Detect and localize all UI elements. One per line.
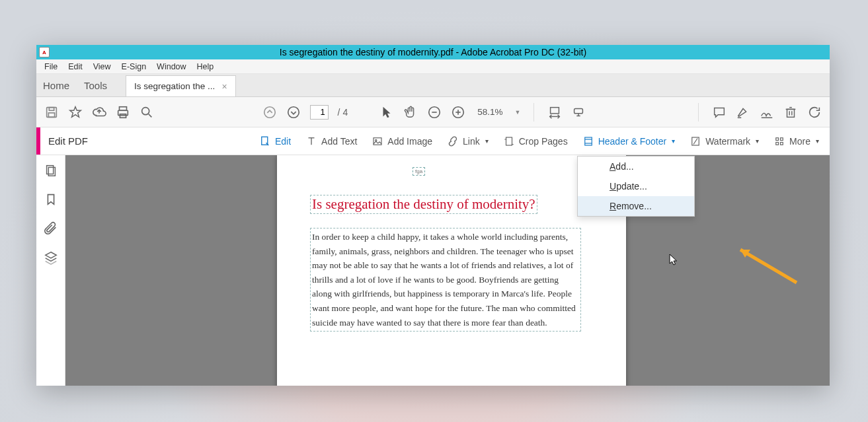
svg-line-42: [740, 250, 797, 283]
svg-rect-28: [374, 137, 381, 145]
header-placeholder[interactable]: fga: [413, 167, 425, 176]
svg-rect-6: [120, 114, 126, 118]
svg-rect-41: [48, 167, 55, 176]
menu-help[interactable]: Help: [192, 61, 219, 73]
window-title: Is segregation the destiny of modernity.…: [36, 47, 830, 57]
document-title[interactable]: Is segregation the destiny of modernity?: [310, 195, 537, 214]
acrobat-window: A Is segregation the destiny of modernit…: [36, 45, 830, 386]
tabbar: Home Tools Is segregation the ... ×: [36, 74, 830, 97]
select-tool-icon[interactable]: [379, 105, 394, 120]
hand-tool-icon[interactable]: [403, 105, 418, 120]
menu-edit[interactable]: Edit: [63, 61, 88, 73]
layers-icon[interactable]: [44, 250, 58, 265]
svg-rect-16: [551, 107, 559, 113]
toolbar-accent: [36, 127, 40, 155]
tool-edit[interactable]: Edit: [254, 133, 296, 150]
menu-window[interactable]: Window: [151, 61, 191, 73]
separator: [698, 103, 699, 122]
svg-point-9: [264, 106, 275, 118]
menu-view[interactable]: View: [88, 61, 116, 73]
content-area: fga Is segregation the destiny of modern…: [36, 155, 830, 386]
chevron-down-icon: ▾: [485, 137, 489, 145]
fit-width-icon[interactable]: [547, 105, 562, 120]
zoom-dropdown-icon[interactable]: ▼: [514, 109, 520, 116]
tab-document-label: Is segregation the ...: [134, 81, 215, 91]
page-number-input[interactable]: [310, 105, 329, 120]
edit-pdf-label: Edit PDF: [48, 135, 88, 147]
text-icon: [305, 135, 317, 147]
attachment-icon[interactable]: [44, 221, 58, 236]
delete-icon[interactable]: [783, 105, 798, 120]
edit-pdf-toolbar: Edit PDF Edit Add Text Add Image Link ▾: [36, 127, 830, 155]
star-icon[interactable]: [68, 105, 83, 120]
svg-line-35: [693, 138, 697, 144]
tool-link[interactable]: Link ▾: [442, 133, 494, 150]
dropdown-update[interactable]: Update...: [578, 176, 694, 196]
crop-icon: [503, 135, 515, 147]
highlight-icon[interactable]: [736, 105, 750, 120]
svg-point-10: [288, 106, 299, 118]
document-body[interactable]: In order to keep a child happy, it takes…: [310, 228, 581, 332]
menubar: File Edit View E-Sign Window Help: [36, 59, 830, 74]
main-toolbar: / 4 58.1% ▼: [36, 97, 830, 127]
titlebar: A Is segregation the destiny of modernit…: [36, 45, 830, 59]
comment-icon[interactable]: [712, 105, 727, 120]
dropdown-remove[interactable]: Remove...: [578, 196, 694, 216]
tool-add-text-label: Add Text: [321, 136, 357, 147]
header-footer-icon: [582, 135, 594, 147]
more-icon: [773, 135, 785, 147]
cloud-upload-icon[interactable]: [92, 105, 106, 120]
tool-watermark[interactable]: Watermark ▾: [684, 133, 764, 150]
sign-icon[interactable]: [760, 105, 774, 120]
chevron-down-icon: ▾: [756, 137, 759, 145]
svg-rect-2: [48, 112, 54, 116]
print-icon[interactable]: [116, 105, 130, 120]
rotate-icon[interactable]: [807, 105, 822, 120]
tool-add-image-label: Add Image: [387, 136, 432, 147]
link-icon: [447, 135, 459, 147]
svg-marker-3: [70, 106, 81, 117]
menu-file[interactable]: File: [39, 61, 63, 73]
fit-page-icon[interactable]: [571, 105, 586, 120]
chevron-down-icon: ▾: [672, 137, 675, 145]
svg-rect-40: [46, 166, 53, 174]
search-icon[interactable]: [139, 105, 154, 120]
tab-home[interactable]: Home: [43, 80, 69, 91]
zoom-out-icon[interactable]: [427, 105, 442, 120]
tool-add-text[interactable]: Add Text: [300, 133, 362, 150]
dropdown-add[interactable]: Add...: [578, 157, 694, 176]
tool-crop[interactable]: Crop Pages: [498, 133, 573, 150]
svg-rect-20: [787, 109, 795, 117]
tool-more[interactable]: More ▾: [768, 133, 824, 150]
save-icon[interactable]: [44, 105, 59, 120]
svg-rect-36: [776, 137, 779, 140]
svg-rect-17: [574, 108, 583, 113]
tool-header-footer[interactable]: Header & Footer ▾: [577, 133, 681, 150]
svg-rect-30: [506, 137, 512, 145]
page-down-icon[interactable]: [286, 105, 301, 120]
edit-icon: [259, 135, 271, 147]
zoom-in-icon[interactable]: [451, 105, 465, 120]
image-icon: [372, 135, 383, 147]
header-footer-dropdown: Add... Update... Remove...: [577, 156, 695, 217]
cursor-icon: [669, 254, 678, 267]
tool-header-footer-label: Header & Footer: [598, 136, 667, 147]
menu-esign[interactable]: E-Sign: [116, 61, 152, 73]
tab-document[interactable]: Is segregation the ... ×: [126, 75, 236, 96]
page-up-icon[interactable]: [262, 105, 277, 120]
tool-add-image[interactable]: Add Image: [366, 133, 438, 150]
separator: [533, 103, 534, 122]
close-tab-icon[interactable]: ×: [221, 81, 227, 92]
svg-line-8: [149, 114, 152, 117]
svg-rect-38: [776, 142, 779, 145]
tab-tools[interactable]: Tools: [84, 80, 107, 91]
thumbnails-icon[interactable]: [44, 163, 58, 178]
document-viewport[interactable]: fga Is segregation the destiny of modern…: [65, 155, 830, 386]
watermark-icon: [690, 135, 701, 147]
chevron-down-icon: ▾: [816, 137, 819, 145]
nav-rail: [36, 155, 65, 386]
zoom-level[interactable]: 58.1%: [475, 107, 505, 117]
page-total-label: / 4: [338, 107, 348, 118]
tool-edit-label: Edit: [275, 136, 291, 147]
bookmark-icon[interactable]: [44, 192, 58, 207]
